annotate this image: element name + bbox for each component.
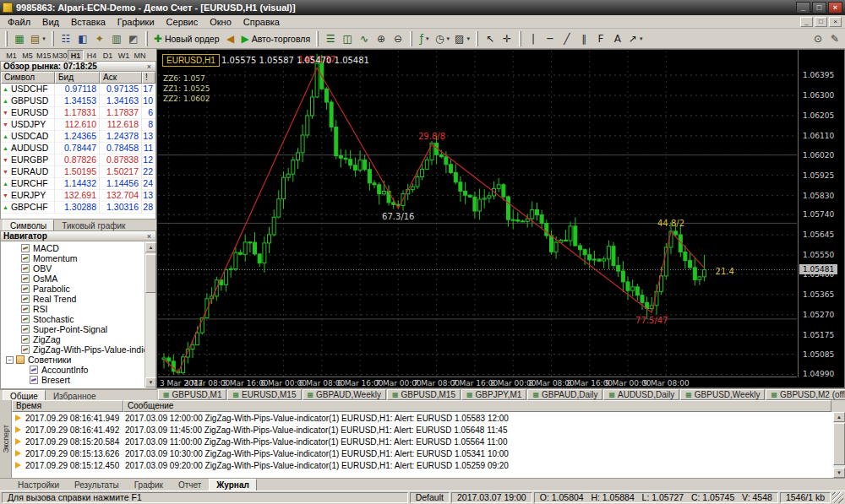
- market-watch-column-header[interactable]: Аск: [100, 72, 142, 84]
- close-button[interactable]: ×: [829, 17, 842, 27]
- chart-area[interactable]: 145.1/3767.3/1629.8/877.5/4744.8/221.4 E…: [156, 49, 845, 388]
- market-watch-column-header[interactable]: Символ: [1, 72, 55, 84]
- time-axis[interactable]: 3 Mar 20173 Mar 08:003 Mar 16:006 Mar 00…: [158, 377, 797, 388]
- scroll-down-icon[interactable]: ▼: [833, 468, 845, 478]
- chart-window-tab[interactable]: ▦GBPJPY,M1: [461, 389, 526, 400]
- new-order-button[interactable]: ✚Новый ордер: [151, 30, 222, 47]
- search-button[interactable]: ⊙: [810, 30, 826, 47]
- scroll-down-icon[interactable]: ▼: [145, 377, 156, 387]
- journal-row[interactable]: 2017.09.29 08:15:13.6262017.03.09 10:30:…: [12, 447, 833, 459]
- timeframe-w1-button[interactable]: W1: [116, 50, 132, 61]
- channel-button[interactable]: ∥: [575, 30, 592, 47]
- market-watch-column-header[interactable]: Бид: [55, 72, 100, 84]
- restore-button[interactable]: □: [815, 17, 827, 27]
- minimize-button[interactable]: _: [796, 2, 810, 14]
- menu-item[interactable]: Вставка: [65, 16, 112, 28]
- timeframe-m30-button[interactable]: M30: [52, 50, 68, 61]
- strategy-tester-button[interactable]: ◩: [125, 30, 142, 47]
- terminal-button[interactable]: ▥: [108, 30, 125, 47]
- chart-window-tab[interactable]: ▦AUDUSD,Daily: [603, 389, 679, 400]
- close-button[interactable]: ×: [828, 2, 842, 14]
- bar-chart-button[interactable]: ☰: [322, 30, 339, 47]
- market-watch-column-header[interactable]: !: [142, 72, 155, 84]
- market-watch-row[interactable]: ▲EURCHF1.144321.1445624: [1, 178, 155, 190]
- terminal-scrollbar[interactable]: ▲ ▼: [833, 412, 845, 478]
- navigator-item[interactable]: Bresert: [1, 375, 155, 385]
- data-window-button[interactable]: ◧: [74, 30, 91, 47]
- navigator-button[interactable]: ✦: [91, 30, 108, 47]
- timeframe-m5-button[interactable]: M5: [19, 50, 35, 61]
- menu-item[interactable]: Графики: [112, 16, 161, 28]
- minimize-button[interactable]: _: [800, 17, 813, 27]
- navigator-item[interactable]: OsMA: [1, 274, 155, 284]
- market-watch-button[interactable]: ☷: [57, 30, 74, 47]
- journal-row[interactable]: 2017.09.29 08:16:41.9492017.03.09 12:00:…: [12, 412, 833, 424]
- profiles-button[interactable]: ▤▾: [28, 30, 48, 47]
- restore-button[interactable]: □: [812, 2, 826, 14]
- periods-button[interactable]: ◷▾: [433, 30, 452, 47]
- scroll-up-icon[interactable]: ▲: [145, 242, 156, 252]
- close-icon[interactable]: ×: [145, 232, 153, 241]
- new-chart-button[interactable]: ▦: [11, 30, 28, 47]
- market-watch-row[interactable]: ▼EURAUD1.501951.5021722: [1, 166, 155, 178]
- navigator-scrollbar[interactable]: ▲ ▼: [144, 242, 155, 387]
- fibonacci-button[interactable]: F: [592, 30, 609, 47]
- vertical-line-button[interactable]: |: [525, 30, 542, 47]
- navigator-item[interactable]: AccountInfo: [1, 365, 155, 375]
- market-watch-row[interactable]: ▼EURJPY132.691132.70413: [1, 190, 155, 202]
- market-watch-row[interactable]: ▼USDJPY112.610112.6188: [1, 119, 155, 131]
- market-watch-row[interactable]: ▲AUDUSD0.784470.7845811: [1, 143, 155, 154]
- menu-item[interactable]: Справка: [237, 16, 286, 28]
- auto-trading-button[interactable]: ▶Авто-торговля: [239, 30, 313, 47]
- chart-window-tab[interactable]: ▦GBPAUD,Daily: [527, 389, 602, 400]
- line-chart-button[interactable]: ∿: [356, 30, 373, 47]
- navigator-item[interactable]: ZigZag: [1, 334, 155, 344]
- templates-button[interactable]: ▨▾: [452, 30, 472, 47]
- cursor-button[interactable]: ↖: [482, 30, 499, 47]
- zoom-out-button[interactable]: ⊖: [390, 30, 406, 47]
- market-watch-row[interactable]: ▼EURUSD1.178311.178376: [1, 107, 155, 119]
- menu-item[interactable]: Файл: [2, 16, 36, 28]
- chart-window-tab[interactable]: ▦GBPUSD,M2 (offline): [766, 389, 845, 400]
- timeframe-m15-button[interactable]: M15: [35, 50, 52, 61]
- timeframe-h1-button[interactable]: H1: [68, 50, 84, 61]
- candlestick-chart[interactable]: 145.1/3767.3/1629.8/877.5/4744.8/221.4: [158, 51, 797, 377]
- menu-item[interactable]: Вид: [36, 16, 65, 28]
- timeframe-mn-button[interactable]: MN: [132, 50, 148, 61]
- chart-window-tab[interactable]: ▦GBPAUD,Weekly: [303, 389, 386, 400]
- chart-window-tab[interactable]: ▦GBPUSD,M1: [158, 389, 226, 400]
- navigator-item[interactable]: −Советники: [1, 355, 155, 365]
- navigator-item[interactable]: RSI: [1, 304, 155, 314]
- journal-row[interactable]: 2017.09.29 08:16:41.4922017.03.09 11:45:…: [12, 424, 833, 436]
- trend-line-button[interactable]: ╱: [559, 30, 575, 47]
- navigator-item[interactable]: Momentum: [1, 253, 155, 263]
- navigator-item[interactable]: OBV: [1, 263, 155, 274]
- scrollbar-thumb[interactable]: [145, 254, 156, 293]
- indicators-button[interactable]: ƒ▾: [416, 30, 433, 47]
- close-icon[interactable]: ×: [145, 62, 153, 71]
- journal-row[interactable]: 2017.09.29 08:15:12.4502017.03.09 09:20:…: [12, 459, 833, 471]
- zoom-in-button[interactable]: ⊕: [373, 30, 390, 47]
- price-scale[interactable]: 1.063951.063001.062051.061101.060201.059…: [798, 50, 845, 377]
- collapse-icon[interactable]: −: [6, 356, 14, 364]
- navigator-item[interactable]: Stochastic: [1, 314, 155, 324]
- resize-grip-icon[interactable]: [832, 492, 843, 503]
- market-watch-row[interactable]: ▲USDCHF0.971180.9713517: [1, 84, 155, 95]
- scroll-up-icon[interactable]: ▲: [833, 412, 845, 422]
- chart-window-tab[interactable]: ▦GBPUSD,Weekly: [680, 389, 765, 400]
- terminal-side-tab[interactable]: Эксперт: [0, 400, 12, 478]
- text-button[interactable]: A: [609, 30, 626, 47]
- chart-window-tab[interactable]: ▦GBPUSD,M15: [387, 389, 461, 400]
- navigator-item[interactable]: Super-Point-Signal: [1, 324, 155, 334]
- timeframe-h4-button[interactable]: H4: [84, 50, 100, 61]
- navigator-item[interactable]: Real Trend: [1, 294, 155, 304]
- timeframe-m1-button[interactable]: M1: [3, 50, 19, 61]
- market-watch-row[interactable]: ▼EURGBP0.878260.8783812: [1, 154, 155, 166]
- terminal-column-header[interactable]: Время: [12, 400, 123, 412]
- market-watch-row[interactable]: ▲GBPUSD1.341531.3416310: [1, 95, 155, 107]
- navigator-item[interactable]: MACD: [1, 243, 155, 253]
- market-watch-row[interactable]: ▲USDCAD1.243651.2437813: [1, 131, 155, 143]
- journal-row[interactable]: 2017.09.29 08:15:20.5842017.03.09 11:00:…: [12, 436, 833, 447]
- candlestick-chart-button[interactable]: ◫: [339, 30, 356, 47]
- scrollbar-thumb[interactable]: [833, 423, 845, 465]
